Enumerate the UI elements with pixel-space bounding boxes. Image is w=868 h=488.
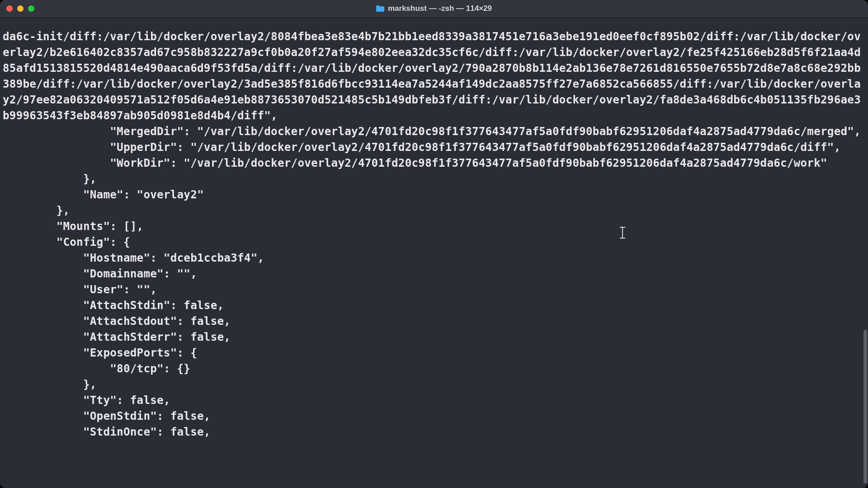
close-button[interactable] [6,5,13,12]
scrollbar-thumb[interactable] [863,330,867,483]
terminal-output[interactable]: da6c-init/diff:/var/lib/docker/overlay2/… [0,28,868,477]
minimize-button[interactable] [17,5,24,12]
scrollbar-track[interactable] [863,18,867,486]
traffic-lights [6,5,34,12]
window-title: markshust — -zsh — 114×29 [0,4,868,13]
titlebar[interactable]: markshust — -zsh — 114×29 [0,0,868,18]
folder-icon [376,5,384,12]
zoom-button[interactable] [28,5,34,12]
window-title-text: markshust — -zsh — 114×29 [388,4,492,13]
terminal-window: markshust — -zsh — 114×29 da6c-init/diff… [0,0,868,488]
